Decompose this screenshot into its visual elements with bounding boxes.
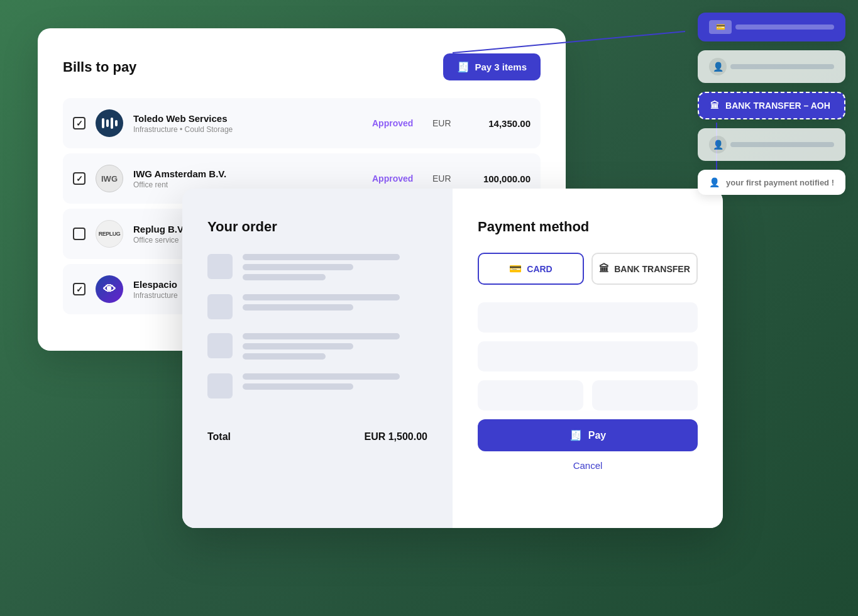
order-thumb-3 [207,333,233,358]
ann-notification-icon: 👤 [709,177,720,187]
cardholder-field[interactable] [478,341,698,371]
expiry-field[interactable] [478,380,583,410]
ann-account-icon: 👤 [709,58,727,75]
annotations-panel: 💳 👤 🏛 BANK TRANSFER – AOH 👤 👤 your first… [698,13,845,195]
order-item-4 [207,373,427,399]
annotation-account: 👤 [698,50,845,83]
ann-card-icon: 💳 [709,20,732,34]
card-icon: 💳 [509,263,522,275]
bills-title: Bills to pay [63,59,136,75]
order-item-2 [207,294,427,319]
ann-account2-line [730,142,834,147]
checkbox-espacio[interactable]: ✓ [73,283,85,295]
payment-section: Payment method 💳 CARD 🏛 BANK TRANSFER 🧾 … [453,189,723,528]
logo-toledo [96,109,123,137]
bill-amount-toledo: 14,350.00 [468,118,531,129]
payment-title: Payment method [478,219,698,235]
pay-icon: 🧾 [457,61,470,73]
bills-header: Bills to pay 🧾 Pay 3 items [63,53,541,80]
bill-amount-iwg: 100,000.00 [468,173,531,184]
ann-account2-icon: 👤 [709,136,727,153]
checkbox-toledo[interactable]: ✓ [73,117,85,129]
order-item-3 [207,333,427,360]
annotation-card-active: 💳 [698,13,845,41]
annotation-account2: 👤 [698,128,845,161]
bill-sub-iwg: Office rent [133,180,362,189]
bill-sub-toledo: Infrastructure • Could Storage [133,125,362,134]
card-number-field[interactable] [478,302,698,333]
ann-notification-label: your first payment notified ! [726,178,834,187]
checkbox-iwg[interactable]: ✓ [73,172,85,185]
bill-status-toledo: Approved [372,118,422,128]
bank-transfer-method-button[interactable]: 🏛 BANK TRANSFER [591,253,698,285]
bill-currency-iwg: EUR [432,173,458,184]
pay-action-label: Pay [588,430,606,441]
pay-action-icon: 🧾 [569,429,582,441]
order-lines-2 [243,294,427,311]
bill-name-iwg: IWG Amsterdam B.V. [133,168,362,179]
payment-modal: Your order [182,189,723,528]
order-lines-3 [243,333,427,360]
ann-account-line [730,64,834,69]
order-section: Your order [182,189,453,528]
bank-icon: 🏛 [599,263,609,275]
method-buttons: 💳 CARD 🏛 BANK TRANSFER [478,253,698,285]
order-item-1 [207,254,427,280]
total-label: Total [207,431,231,443]
bill-status-iwg: Approved [372,173,422,184]
form-row-expiry-cvv [478,380,698,410]
total-amount: EUR 1,500.00 [364,431,427,443]
ann-card-line [735,25,834,30]
bill-currency-toledo: EUR [432,118,458,128]
annotation-notification: 👤 your first payment notified ! [698,170,845,195]
bill-name-toledo: Toledo Web Services [133,113,362,124]
cancel-link[interactable]: Cancel [478,460,698,471]
logo-replug: REPLUG [96,220,123,248]
order-thumb-4 [207,373,233,399]
bank-label: BANK TRANSFER [614,264,690,274]
annotation-bank-transfer: 🏛 BANK TRANSFER – AOH [698,92,845,119]
logo-iwg: IWG [96,165,123,192]
logo-espacio: 👁 [96,275,123,303]
ann-bank-label: BANK TRANSFER – AOH [725,101,830,111]
pay-action-button[interactable]: 🧾 Pay [478,419,698,451]
order-thumb-1 [207,254,233,279]
card-label: CARD [527,264,552,274]
cvv-field[interactable] [592,380,698,410]
checkbox-replug[interactable] [73,228,85,240]
order-lines-1 [243,254,427,280]
pay-button[interactable]: 🧾 Pay 3 items [443,53,541,80]
ann-bank-icon: 🏛 [710,101,719,111]
order-title: Your order [207,219,427,235]
order-thumb-2 [207,294,233,319]
bill-info-iwg: IWG Amsterdam B.V. Office rent [133,168,362,189]
bill-info-toledo: Toledo Web Services Infrastructure • Cou… [133,113,362,134]
card-method-button[interactable]: 💳 CARD [478,253,584,285]
order-total: Total EUR 1,500.00 [207,419,427,443]
order-lines-4 [243,373,427,390]
bill-row-toledo: ✓ Toledo Web Services Infrastructure • C… [63,98,541,148]
